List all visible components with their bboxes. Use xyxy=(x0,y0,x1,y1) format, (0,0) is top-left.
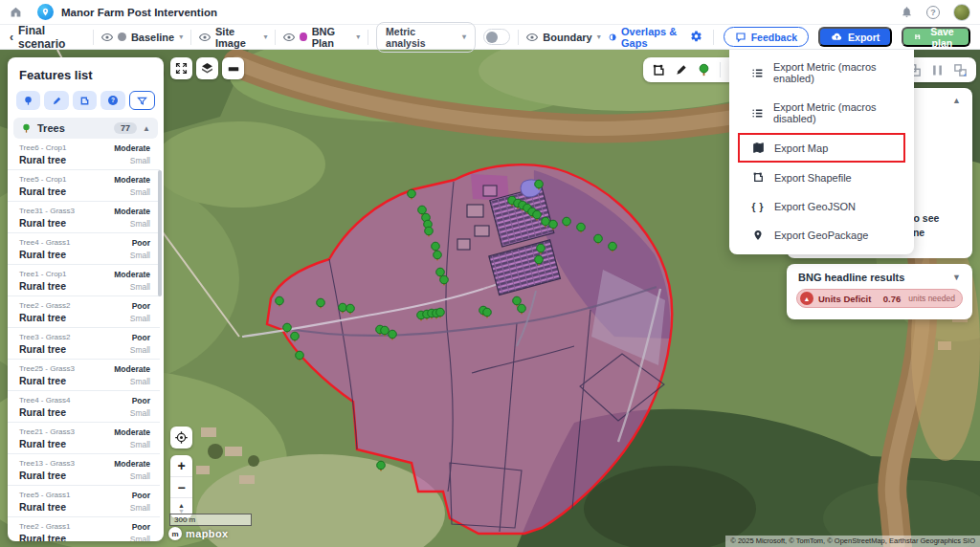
feature-type: Rural tree xyxy=(19,501,71,513)
draw-line-tool[interactable] xyxy=(675,63,688,77)
feature-list-item[interactable]: Tree2 - Grass1 Rural tree Poor Small xyxy=(8,517,160,541)
feature-list-item[interactable]: Tree2 - Grass2 Rural tree Poor Small xyxy=(8,296,160,328)
gap-tool[interactable] xyxy=(930,63,945,77)
site-image-label: Site Image xyxy=(215,26,258,49)
warning-triangle-icon: ▲ xyxy=(800,292,813,305)
help-icon[interactable]: ? xyxy=(926,6,940,19)
home-icon[interactable] xyxy=(10,6,22,18)
trees-group-label: Trees xyxy=(37,122,65,134)
units-deficit-badge[interactable]: ▲ Units Deficit 0.76 units needed xyxy=(796,289,963,308)
eye-icon[interactable] xyxy=(199,32,211,43)
feature-name: Tree4 - Grass1 xyxy=(19,238,71,247)
filter-trees-button[interactable] xyxy=(16,91,40,110)
trees-group-header[interactable]: Trees 77 ▲ xyxy=(13,118,158,139)
filter-help-button[interactable]: ? xyxy=(100,91,124,110)
feature-list-item[interactable]: Tree21 - Grass3 Rural tree Moderate Smal… xyxy=(8,423,160,454)
menu-item-export-metric-enabled[interactable]: Export Metric (macros enabled) xyxy=(729,53,914,93)
filter-lines-button[interactable] xyxy=(44,91,68,110)
feature-list-item[interactable]: Tree5 - Crop1 Rural tree Moderate Small xyxy=(8,170,160,202)
overlaps-gaps-button[interactable]: Overlaps & Gaps xyxy=(609,26,679,49)
menu-item-export-map[interactable]: Export Map xyxy=(738,133,905,163)
pin-icon xyxy=(751,230,765,241)
feature-name: Tree13 - Grass3 xyxy=(19,459,75,468)
feature-condition: Moderate xyxy=(114,459,150,469)
shapefile-icon xyxy=(751,171,765,184)
ruler-button[interactable] xyxy=(222,57,244,79)
metric-analysis-select[interactable]: Metric analysis ▾ xyxy=(376,22,476,53)
feature-list-item[interactable]: Tree3 - Grass2 Rural tree Poor Small xyxy=(8,328,160,360)
feature-list-item[interactable]: Tree6 - Crop1 Rural tree Moderate Small xyxy=(8,139,160,170)
trees-count-badge: 77 xyxy=(114,122,137,134)
gear-icon[interactable] xyxy=(689,30,703,44)
avatar[interactable] xyxy=(953,4,970,21)
menu-item-export-metric-disabled[interactable]: Export Metric (macros disabled) xyxy=(729,93,914,133)
layer-site-image[interactable]: Site Image ▾ xyxy=(199,26,267,49)
menu-item-export-geopackage[interactable]: Export GeoPackage xyxy=(729,221,914,250)
toggle-knob xyxy=(486,32,498,43)
chevron-up-icon[interactable]: ▲ xyxy=(143,124,150,133)
menu-item-label: Export Shapefile xyxy=(774,172,852,184)
plant-tree-tool[interactable] xyxy=(697,63,711,77)
feature-list-item[interactable]: Tree1 - Crop1 Rural tree Moderate Small xyxy=(8,265,160,296)
feature-list-item[interactable]: Tree4 - Grass1 Rural tree Poor Small xyxy=(8,233,160,265)
export-menu: Export Metric (macros enabled) Export Me… xyxy=(729,50,914,254)
menu-item-export-geojson[interactable]: { } Export GeoJSON xyxy=(729,192,914,221)
scrollbar[interactable] xyxy=(158,170,162,296)
fullscreen-button[interactable] xyxy=(170,57,192,79)
tree-icon xyxy=(697,63,711,77)
export-button[interactable]: Export xyxy=(818,27,892,47)
filter-polygons-button[interactable] xyxy=(73,91,97,110)
zoom-out-button[interactable]: − xyxy=(170,476,192,497)
zoom-in-button[interactable]: + xyxy=(170,455,192,476)
feature-name: Tree4 - Grass4 xyxy=(19,396,71,405)
back-final-scenario[interactable]: ‹ Final scenario xyxy=(10,24,85,51)
layer-baseline[interactable]: Baseline ▾ xyxy=(101,32,183,43)
gap-icon xyxy=(930,63,945,77)
filter-funnel-button[interactable] xyxy=(129,91,155,110)
feature-type: Rural tree xyxy=(19,186,67,197)
map-attribution: © 2025 Microsoft, © TomTom, © OpenStreet… xyxy=(725,536,980,547)
feature-type: Rural tree xyxy=(19,470,75,481)
feature-size: Small xyxy=(130,503,150,513)
feature-condition: Poor xyxy=(130,333,150,342)
layers-button[interactable] xyxy=(196,57,218,79)
chevron-down-icon[interactable]: ▼ xyxy=(952,273,961,282)
units-deficit-label: Units Deficit xyxy=(818,294,871,304)
feature-list-item[interactable]: Tree4 - Grass4 Rural tree Poor Small xyxy=(8,391,160,423)
menu-item-label: Export Map xyxy=(774,142,828,154)
bell-icon[interactable] xyxy=(901,6,913,18)
feature-size: Small xyxy=(114,377,150,386)
map-container[interactable]: Features list ? Trees 77 ▲ xyxy=(0,50,980,547)
info-panel-text: to see ine xyxy=(910,211,939,240)
feature-condition: Poor xyxy=(130,491,150,500)
metric-analysis-toggle[interactable] xyxy=(483,29,510,45)
subtract-shapes-tool[interactable] xyxy=(953,63,968,77)
draw-polygon-tool[interactable] xyxy=(652,63,666,77)
chevron-up-icon[interactable]: ▲ xyxy=(952,96,961,105)
units-deficit-suffix: units needed xyxy=(908,294,955,303)
feature-name: Tree2 - Grass1 xyxy=(19,522,71,531)
feature-type: Rural tree xyxy=(19,280,67,292)
menu-item-export-shapefile[interactable]: Export Shapefile xyxy=(729,163,914,192)
eye-icon[interactable] xyxy=(101,32,113,43)
feature-list-item[interactable]: Tree31 - Grass3 Rural tree Moderate Smal… xyxy=(8,202,160,233)
expand-icon xyxy=(175,62,188,75)
eye-icon[interactable] xyxy=(283,32,295,43)
map-icon xyxy=(751,142,765,154)
feature-list-item[interactable]: Tree5 - Grass1 Rural tree Poor Small xyxy=(8,486,160,517)
eye-icon[interactable] xyxy=(526,32,538,43)
feedback-button[interactable]: Feedback xyxy=(724,27,809,47)
chevron-down-icon: ▾ xyxy=(179,33,183,41)
chevron-down-icon: ▾ xyxy=(356,33,360,41)
feature-list-item[interactable]: Tree13 - Grass3 Rural tree Moderate Smal… xyxy=(8,454,160,486)
feature-type: Rural tree xyxy=(19,249,71,260)
feature-list-item[interactable]: Tree25 - Grass3 Rural tree Moderate Smal… xyxy=(8,360,160,391)
divider xyxy=(368,30,368,45)
mapbox-logo[interactable]: m mapbox xyxy=(168,527,229,540)
layer-boundary[interactable]: Boundary ▾ xyxy=(526,32,600,43)
baseline-label: Baseline xyxy=(131,32,174,43)
save-plan-button[interactable]: Save plan xyxy=(902,27,970,47)
locate-button[interactable] xyxy=(170,427,192,449)
project-pin-icon xyxy=(37,4,54,20)
layer-bng-plan[interactable]: BNG Plan ▾ xyxy=(283,26,360,49)
